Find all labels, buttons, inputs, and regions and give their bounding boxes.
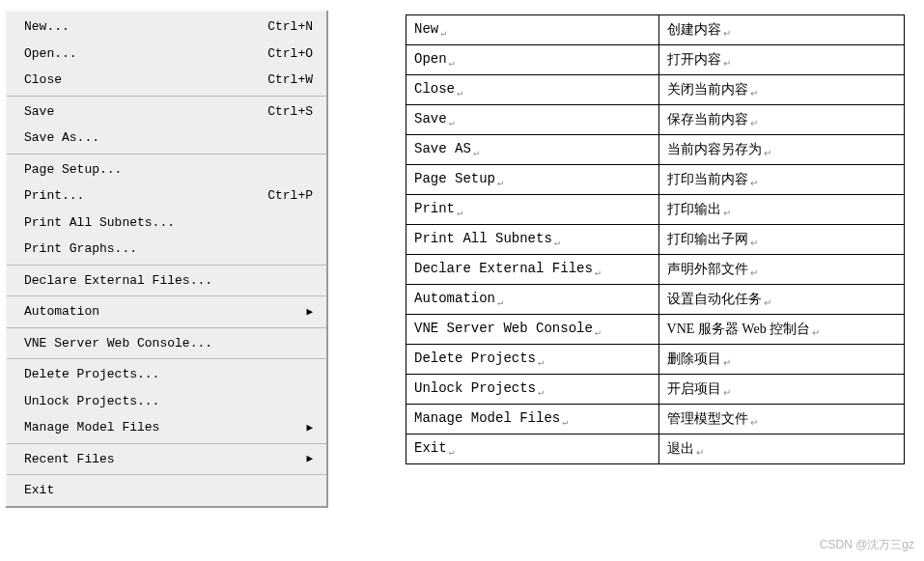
submenu-arrow-icon: ▶: [306, 451, 313, 467]
english-term-cell: Print All Subnets↵: [406, 225, 659, 255]
menu-item[interactable]: VNE Server Web Console...: [7, 330, 326, 357]
menu-item[interactable]: Manage Model Files▶: [7, 414, 326, 441]
table-row: VNE Server Web Console↵VNE 服务器 Web 控制台↵: [406, 315, 905, 345]
table-row: Close↵关闭当前内容↵: [406, 75, 905, 105]
menu-item-label: VNE Server Web Console...: [24, 334, 313, 353]
menu-item[interactable]: Delete Projects...: [7, 361, 326, 388]
table-row: Save AS↵当前内容另存为↵: [406, 135, 905, 165]
menu-item[interactable]: Open...Ctrl+O: [7, 41, 326, 68]
table-row: Print↵打印输出↵: [406, 195, 905, 225]
menu-item[interactable]: CloseCtrl+W: [7, 67, 326, 94]
menu-section: VNE Server Web Console...: [7, 328, 326, 360]
chinese-term-cell: 当前内容另存为↵: [658, 135, 904, 165]
menu-item[interactable]: Unlock Projects...: [7, 388, 326, 415]
menu-item-label: Manage Model Files: [24, 418, 306, 437]
paragraph-mark-icon: ↵: [723, 28, 731, 39]
paragraph-mark-icon: ↵: [538, 387, 544, 398]
chinese-term-cell: VNE 服务器 Web 控制台↵: [658, 315, 904, 345]
table-row: Delete Projects↵删除项目↵: [406, 345, 905, 375]
chinese-term-cell: 删除项目↵: [658, 345, 904, 375]
paragraph-mark-icon: ↵: [473, 148, 479, 158]
paragraph-mark-icon: ↵: [750, 88, 758, 98]
menu-item-label: Save: [24, 102, 267, 122]
menu-item-label: Print...: [24, 186, 267, 206]
table-row: Page Setup↵打印当前内容↵: [406, 165, 905, 195]
paragraph-mark-icon: ↵: [562, 417, 568, 428]
menu-section: Automation▶: [7, 296, 326, 328]
table-row: Declare External Files↵声明外部文件↵: [406, 255, 905, 285]
english-term-cell: VNE Server Web Console↵: [406, 315, 659, 345]
chinese-term-cell: 管理模型文件↵: [658, 405, 904, 435]
paragraph-mark-icon: ↵: [497, 297, 503, 308]
table-row: Manage Model Files↵管理模型文件↵: [406, 405, 905, 435]
english-term-cell: Declare External Files↵: [406, 255, 659, 285]
paragraph-mark-icon: ↵: [457, 88, 462, 98]
chinese-term-cell: 设置自动化任务↵: [658, 285, 904, 315]
menu-item-label: Unlock Projects...: [24, 392, 313, 411]
paragraph-mark-icon: ↵: [764, 148, 771, 158]
paragraph-mark-icon: ↵: [723, 58, 731, 69]
menu-item-label: Automation: [24, 302, 306, 322]
english-term-cell: Automation↵: [406, 285, 659, 315]
paragraph-mark-icon: ↵: [457, 208, 462, 218]
menu-item[interactable]: Save As...: [7, 125, 326, 152]
paragraph-mark-icon: ↵: [750, 178, 758, 188]
menu-section: Recent Files▶: [7, 444, 326, 476]
table-row: New↵创建内容↵: [406, 15, 905, 45]
chinese-term-cell: 打印输出↵: [658, 195, 904, 225]
menu-item-shortcut: Ctrl+O: [267, 44, 313, 64]
menu-item-shortcut: Ctrl+S: [267, 102, 313, 122]
menu-section: SaveCtrl+SSave As...: [7, 97, 326, 154]
menu-item-label: Delete Projects...: [24, 365, 313, 384]
menu-item-label: Declare External Files...: [24, 271, 313, 291]
table-row: Save↵保存当前内容↵: [406, 105, 905, 135]
chinese-term-cell: 开启项目↵: [658, 375, 904, 405]
paragraph-mark-icon: ↵: [750, 417, 758, 428]
menu-item[interactable]: Automation▶: [7, 298, 326, 325]
menu-item[interactable]: Print Graphs...: [7, 236, 326, 263]
paragraph-mark-icon: ↵: [764, 297, 771, 308]
menu-item[interactable]: Page Setup...: [7, 156, 326, 183]
menu-item[interactable]: Recent Files▶: [7, 446, 326, 473]
paragraph-mark-icon: ↵: [449, 118, 455, 128]
chinese-term-cell: 关闭当前内容↵: [658, 75, 904, 105]
menu-item[interactable]: Print...Ctrl+P: [7, 182, 326, 210]
paragraph-mark-icon: ↵: [554, 238, 560, 248]
paragraph-mark-icon: ↵: [440, 28, 446, 39]
english-term-cell: Delete Projects↵: [406, 345, 659, 375]
paragraph-mark-icon: ↵: [538, 357, 544, 368]
menu-item[interactable]: Declare External Files...: [7, 267, 326, 295]
paragraph-mark-icon: ↵: [750, 267, 758, 278]
menu-section: Exit: [7, 475, 326, 506]
menu-item[interactable]: Exit: [7, 477, 326, 504]
menu-item[interactable]: Print All Subnets...: [7, 210, 326, 237]
menu-item-label: New...: [24, 17, 267, 37]
paragraph-mark-icon: ↵: [750, 238, 758, 248]
paragraph-mark-icon: ↵: [750, 118, 758, 128]
english-term-cell: Manage Model Files↵: [406, 405, 659, 435]
paragraph-mark-icon: ↵: [723, 208, 731, 218]
menu-item-shortcut: Ctrl+W: [267, 70, 313, 90]
english-term-cell: Close↵: [406, 75, 659, 105]
menu-item[interactable]: SaveCtrl+S: [7, 98, 326, 126]
paragraph-mark-icon: ↵: [595, 327, 601, 338]
table-row: Unlock Projects↵开启项目↵: [406, 375, 905, 405]
paragraph-mark-icon: ↵: [595, 267, 601, 278]
chinese-term-cell: 保存当前内容↵: [658, 105, 904, 135]
menu-item-label: Save As...: [24, 128, 313, 148]
paragraph-mark-icon: ↵: [449, 447, 455, 458]
chinese-term-cell: 打印输出子网↵: [658, 225, 904, 255]
paragraph-mark-icon: ↵: [723, 357, 731, 368]
menu-item[interactable]: New...Ctrl+N: [7, 14, 326, 41]
chinese-term-cell: 打印当前内容↵: [658, 165, 904, 195]
menu-item-label: Page Setup...: [24, 160, 313, 180]
menu-item-label: Recent Files: [24, 450, 306, 469]
english-term-cell: Page Setup↵: [406, 165, 659, 195]
menu-item-label: Exit: [24, 481, 313, 500]
translation-table: New↵创建内容↵Open↵打开内容↵Close↵关闭当前内容↵Save↵保存当…: [406, 14, 905, 464]
menu-item-label: Open...: [24, 44, 267, 64]
chinese-term-cell: 创建内容↵: [658, 15, 904, 45]
table-row: Exit↵退出↵: [406, 435, 905, 464]
submenu-arrow-icon: ▶: [306, 420, 313, 436]
menu-item-label: Close: [24, 70, 267, 90]
